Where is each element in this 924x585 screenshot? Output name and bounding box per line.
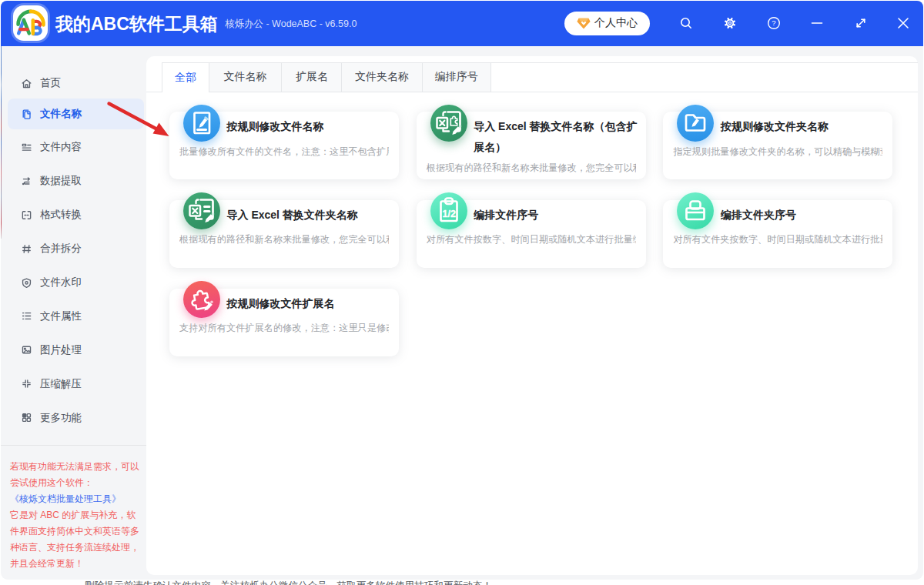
svg-text:?: ? — [772, 18, 775, 27]
svg-text:1/2: 1/2 — [442, 209, 455, 219]
